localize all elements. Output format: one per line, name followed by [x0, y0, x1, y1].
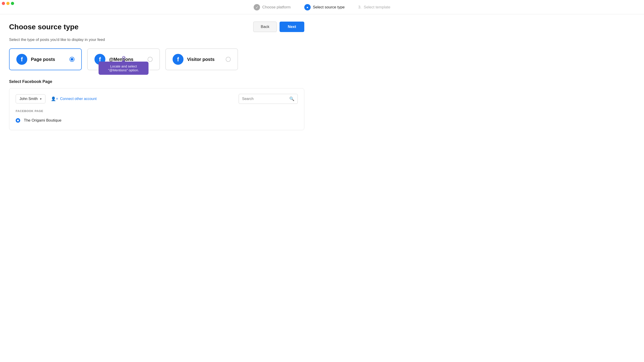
close-button[interactable] — [2, 2, 5, 5]
window-controls — [2, 2, 14, 5]
search-box: 🔍 — [239, 94, 298, 104]
page-radio-selected[interactable] — [16, 118, 20, 123]
mentions-radio[interactable] — [148, 57, 152, 62]
mentions-card-wrapper: f @Mentions Locate and select "@Mentions… — [87, 48, 160, 70]
step-select-template: 3. Select template — [358, 5, 390, 10]
page-name: The Origami Boutique — [24, 118, 61, 123]
step-1-label: Choose platform — [262, 5, 291, 10]
page-radio-inner — [17, 120, 19, 121]
mentions-label: @Mentions — [109, 57, 144, 62]
step-choose-platform: ✓ Choose platform — [254, 4, 291, 11]
page-header: Choose source type Back Next — [9, 22, 318, 32]
facebook-icon-visitor-posts: f — [172, 54, 184, 65]
tooltip-bubble: Locate and select "@Mentions" option. — [98, 62, 148, 75]
cursor-indicator — [122, 56, 125, 59]
step-3-number: 3. — [358, 5, 362, 10]
fb-page-list-label: FACEBOOK PAGE — [16, 109, 298, 113]
connect-account-link[interactable]: 👤+ Connect other account — [51, 96, 97, 101]
search-icon: 🔍 — [289, 96, 294, 101]
visitor-posts-label: Visitor posts — [187, 57, 222, 62]
step-check-icon: ✓ — [254, 4, 260, 11]
step-3-label: Select template — [364, 5, 390, 10]
visitor-posts-radio[interactable] — [226, 57, 231, 62]
section-label: Select Facebook Page — [9, 79, 318, 84]
account-area: John Smith ▾ 👤+ Connect other account 🔍 … — [9, 88, 304, 130]
page-posts-radio[interactable] — [70, 57, 74, 62]
source-card-visitor-posts[interactable]: f Visitor posts — [165, 48, 238, 70]
page-title: Choose source type — [9, 23, 78, 31]
page-posts-radio-inner — [70, 58, 73, 61]
connect-account-label: Connect other account — [60, 97, 97, 101]
header-buttons: Back Next — [253, 22, 304, 32]
maximize-button[interactable] — [11, 2, 14, 5]
back-button[interactable]: Back — [253, 22, 277, 32]
account-dropdown[interactable]: John Smith ▾ — [16, 94, 46, 103]
step-select-source-type: ● Select source type — [304, 4, 345, 11]
step-2-label: Select source type — [313, 5, 345, 10]
source-card-page-posts[interactable]: f Page posts — [9, 48, 82, 70]
minimize-button[interactable] — [6, 2, 10, 5]
page-subtitle: Select the type of posts you'd like to d… — [9, 38, 318, 42]
account-row: John Smith ▾ 👤+ Connect other account 🔍 — [16, 94, 298, 104]
main-content: Choose source type Back Next Select the … — [0, 14, 318, 138]
next-button[interactable]: Next — [280, 22, 304, 32]
facebook-icon-page-posts: f — [16, 54, 27, 65]
source-type-cards: f Page posts f @Mentions Locate and sele… — [9, 48, 318, 70]
stepper: ✓ Choose platform ● Select source type 3… — [0, 0, 644, 14]
add-person-icon: 👤+ — [51, 96, 58, 101]
step-2-icon: ● — [304, 4, 311, 11]
page-list-item[interactable]: The Origami Boutique — [16, 116, 298, 125]
page-posts-label: Page posts — [31, 57, 66, 62]
account-user-name: John Smith — [20, 97, 38, 101]
chevron-down-icon: ▾ — [40, 97, 42, 101]
search-input[interactable] — [242, 97, 288, 101]
tooltip-text: Locate and select "@Mentions" option. — [108, 64, 139, 72]
